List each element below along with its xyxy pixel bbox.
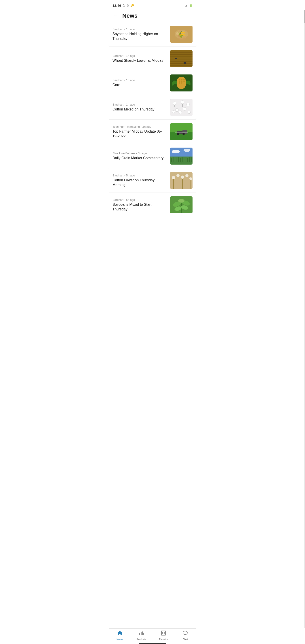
chat-icon	[182, 630, 188, 637]
news-source: Barchart	[112, 54, 124, 58]
news-content: Barchart - 1h ago Soybeans Holding Highe…	[112, 28, 170, 41]
svg-rect-86	[142, 632, 143, 635]
svg-rect-56	[178, 157, 179, 162]
wifi-icon: ▲	[185, 4, 188, 7]
svg-point-66	[172, 176, 175, 179]
news-item[interactable]: Barchart - 1h ago Cotton Mixed on Thursd…	[109, 95, 196, 120]
svg-rect-16	[184, 62, 186, 64]
battery-icon: 🔋	[189, 4, 192, 7]
news-separator: -	[124, 54, 126, 58]
svg-point-68	[176, 174, 180, 177]
svg-point-24	[179, 82, 180, 84]
news-content: Barchart - 1h ago Cotton Mixed on Thursd…	[112, 103, 170, 112]
news-item[interactable]: Barchart - 5h ago Soybeans Mixed to Star…	[109, 193, 196, 217]
svg-rect-60	[187, 158, 188, 162]
news-headline: Top Farmer Midday Update 05-19-2022	[112, 129, 167, 139]
svg-rect-0	[170, 26, 192, 43]
svg-point-23	[181, 80, 182, 82]
svg-point-92	[183, 631, 188, 634]
news-time: 5h ago	[126, 174, 135, 177]
news-headline: Cotton Mixed on Thursday	[112, 107, 167, 112]
news-item[interactable]: Barchart - 1h ago Wheat Sharply Lower at…	[109, 46, 196, 71]
status-bar-right: ▲ 🔋	[185, 4, 192, 7]
svg-point-47	[182, 133, 185, 135]
svg-point-3	[180, 31, 185, 35]
news-headline: Wheat Sharply Lower at Midday	[112, 58, 167, 63]
svg-point-22	[179, 80, 180, 82]
nav-label-chat: Chat	[183, 638, 188, 641]
avid-icon: ⊙	[126, 4, 129, 7]
news-content: Total Farm Marketing - 2h ago Top Farmer…	[112, 125, 170, 139]
svg-point-70	[181, 176, 184, 179]
nav-label-home: Home	[116, 638, 123, 641]
svg-point-72	[185, 174, 188, 177]
news-item[interactable]: Total Farm Marketing - 2h ago Top Farmer…	[109, 120, 196, 144]
svg-rect-85	[141, 632, 142, 635]
news-source: Total Farm Marketing	[112, 125, 140, 128]
news-thumbnail	[170, 172, 192, 189]
status-time: 12:46	[112, 4, 121, 8]
news-headline: Soybeans Holding Higher on Thursday	[112, 32, 167, 41]
news-separator: -	[124, 198, 126, 202]
news-item[interactable]: Barchart - 1h ago Corn	[109, 71, 196, 95]
news-thumbnail	[170, 74, 192, 92]
news-time: 5h ago	[138, 152, 147, 155]
bottom-nav: Home Markets Elevator	[109, 628, 196, 644]
news-content: Blue Line Futures - 5h ago Daily Grain M…	[112, 152, 170, 160]
svg-rect-55	[176, 158, 176, 162]
news-time: 1h ago	[126, 28, 135, 31]
news-meta: Total Farm Marketing - 2h ago	[112, 125, 167, 128]
svg-point-36	[179, 111, 182, 114]
svg-point-4	[178, 34, 182, 38]
nav-item-home[interactable]: Home	[109, 630, 131, 641]
svg-rect-58	[182, 157, 183, 162]
svg-rect-90	[164, 632, 164, 634]
svg-point-25	[181, 82, 182, 84]
news-separator: -	[124, 103, 126, 106]
news-meta: Barchart - 1h ago	[112, 54, 167, 58]
svg-rect-42	[170, 123, 192, 132]
svg-rect-88	[162, 631, 166, 635]
svg-rect-59	[185, 158, 185, 162]
svg-point-26	[183, 80, 185, 82]
news-separator: -	[124, 78, 126, 82]
news-list: Barchart - 1h ago Soybeans Holding Highe…	[109, 22, 196, 235]
news-meta: Barchart - 5h ago	[112, 198, 167, 202]
home-icon	[117, 630, 123, 637]
elevator-icon	[160, 630, 166, 637]
nav-item-chat[interactable]: Chat	[174, 630, 196, 641]
svg-rect-53	[171, 158, 172, 162]
news-item[interactable]: Blue Line Futures - 5h ago Daily Grain M…	[109, 144, 196, 168]
status-bar: 12:46 🗂 ⊙ 🔑 ▲ 🔋	[109, 0, 196, 10]
news-time: 1h ago	[126, 78, 135, 82]
news-content: Barchart - 1h ago Wheat Sharply Lower at…	[112, 54, 170, 63]
svg-point-20	[181, 79, 182, 80]
news-thumbnail	[170, 123, 192, 140]
svg-rect-62	[192, 158, 192, 162]
svg-rect-61	[189, 157, 190, 162]
news-headline: Corn	[112, 83, 167, 88]
back-button[interactable]: ←	[112, 12, 120, 19]
news-time: 2h ago	[142, 125, 152, 128]
news-thumbnail	[170, 26, 192, 43]
news-headline: Soybeans Mixed to Start Thursday	[112, 202, 167, 212]
news-item[interactable]: Barchart - 5h ago Cotton Lower on Thursd…	[109, 168, 196, 193]
news-time: 1h ago	[126, 54, 135, 58]
news-item[interactable]: Barchart - 1h ago Soybeans Holding Highe…	[109, 22, 196, 46]
lock-icon: 🔑	[130, 4, 134, 7]
svg-point-19	[179, 79, 180, 80]
news-separator: -	[141, 125, 142, 128]
news-meta: Barchart - 1h ago	[112, 28, 167, 31]
svg-point-46	[177, 133, 179, 135]
news-source: Barchart	[112, 198, 124, 202]
svg-point-32	[186, 103, 190, 106]
news-meta: Barchart - 5h ago	[112, 174, 167, 177]
svg-rect-89	[162, 632, 163, 634]
nav-item-markets[interactable]: Markets	[131, 630, 153, 641]
news-headline: Cotton Lower on Thursday Morning	[112, 178, 167, 188]
home-indicator	[139, 643, 166, 644]
nav-item-elevator[interactable]: Elevator	[152, 630, 174, 641]
svg-point-81	[178, 199, 184, 202]
news-source: Barchart	[112, 103, 124, 106]
news-thumbnail	[170, 99, 192, 116]
